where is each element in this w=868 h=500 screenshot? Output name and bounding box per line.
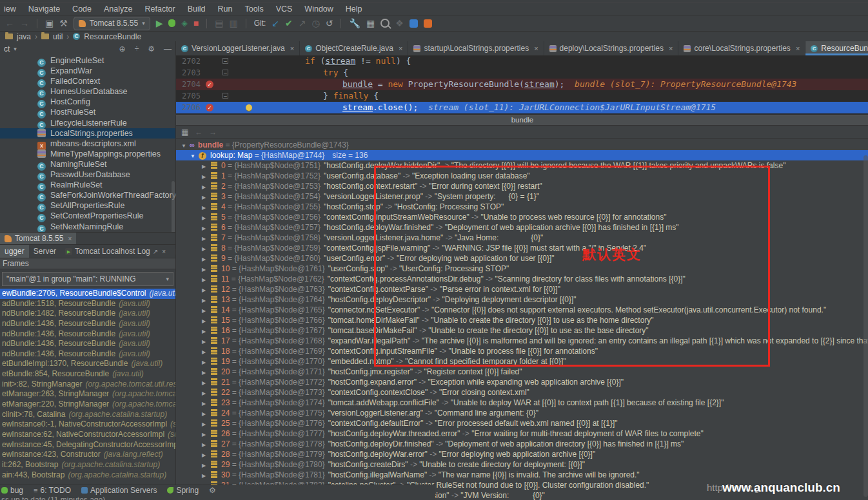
project-tree-item[interactable]: SafeForkJoinWorkerThreadFactory [0,190,175,200]
statusbar-item[interactable]: 6: TODO [34,486,71,495]
menu-item[interactable]: Code [72,5,92,14]
map-entry-row[interactable]: ▶29 = {HashMap$Node@1780}"hostConfig.cre… [176,459,868,470]
stack-frame[interactable]: etBundle:854, ResourceBundle(java.util) [0,369,175,380]
fold-icon[interactable]: − [222,93,228,99]
map-entry-row[interactable]: ▶16 = {HashMap$Node@1767}"tomcat.baseDir… [176,325,868,336]
map-entry-row[interactable]: ▶1 = {HashMap$Node@1752}"userConfig.data… [176,171,868,181]
map-entry-row[interactable]: ▶30 = {HashMap$Node@1781}"hostConfig.ill… [176,470,868,480]
collapse-all-icon[interactable]: ÷ [135,44,139,53]
run-configuration-select[interactable]: Tomcat 8.5.55 ▾ [74,17,150,30]
map-entry-row[interactable]: ▶18 = {HashMap$Node@1769}"contextConfig.… [176,346,868,356]
stack-frame[interactable]: ewInstance:423, Constructor(java.lang.re… [0,450,175,460]
map-entry-row[interactable]: ▶15 = {HashMap$Node@1766}"tomcat.homeDir… [176,315,868,325]
debug-tab[interactable]: ▶Tomcat Localhost Log↗× [61,245,170,258]
project-tree-item[interactable]: SetNextNamingRule [0,222,175,232]
stack-frame[interactable]: etBundleImpl:1370, ResourceBundle(java.u… [0,359,175,369]
project-structure-icon[interactable]: ▦ [366,16,375,30]
debug-tab[interactable]: ugger [0,245,29,258]
project-tree-item[interactable]: FailedContext [0,76,175,86]
back-icon[interactable]: ← [195,128,202,137]
editor-tab[interactable]: deploy\LocalStrings.properties× [544,41,679,55]
popup-title[interactable]: bundle [176,115,868,126]
map-entry-row[interactable]: ▶17 = {HashMap$Node@1768}"expandWar.ille… [176,336,868,346]
menu-item[interactable]: Analyze [104,5,132,14]
map-entry-row[interactable]: ▶22 = {HashMap$Node@1773}"contextConfig.… [176,387,868,398]
stack-frame[interactable]: clinit>:78, Catalina(org.apache.catalina… [0,410,175,420]
menu-item[interactable]: iew [4,5,16,14]
project-scrollbar[interactable] [172,181,175,232]
map-entry-row[interactable]: ▶0 = {HashMap$Node@1751}"hostConfig.depl… [176,160,868,171]
intention-bulb-icon[interactable] [246,104,252,111]
map-entry-row[interactable]: ▶19 = {HashMap$Node@1770}"embedded.notmp… [176,356,868,367]
debug-button[interactable] [168,19,175,27]
close-icon[interactable]: × [534,44,538,52]
statusbar-item[interactable]: Application Servers [81,486,157,495]
close-icon[interactable]: × [399,44,402,52]
map-entry-row[interactable]: ▶21 = {HashMap$Node@1772}"hostConfig.exp… [176,377,868,387]
statusbar-item[interactable]: bug [1,486,23,495]
map-entry-row[interactable]: ▶20 = {HashMap$Node@1771}"hostConfig.jmx… [176,367,868,377]
map-entry-row[interactable]: ▶13 = {HashMap$Node@1764}"hostConfig.dep… [176,294,868,305]
map-entry-row[interactable]: ▶7 = {HashMap$Node@1758}"versionLoggerLi… [176,233,868,243]
map-entry-row[interactable]: ▶12 = {HashMap$Node@1763}"contextConfig.… [176,284,868,294]
close-icon[interactable]: × [669,44,673,52]
editor-tab[interactable]: ObjectCreateRule.java× [300,41,408,55]
statusbar-item[interactable]: Spring [167,486,199,495]
close-icon[interactable]: × [162,248,166,255]
statusbar-item[interactable] [209,486,219,495]
locate-file-icon[interactable]: ⊕ [119,44,126,53]
tomcat-tool-window-tab[interactable]: Tomcat 8.5.55 × [0,233,76,244]
git-commit-icon[interactable]: ✔ [285,16,293,30]
coverage-button[interactable]: ◈ [181,16,187,30]
profiler-icon[interactable]: ▤ [215,16,223,30]
fold-icon[interactable]: − [222,58,228,64]
plugin-icon[interactable]: ❖ [395,16,404,30]
stack-frame[interactable]: etManager:220, StringManager(org.apache.… [0,399,175,410]
map-entry-row[interactable]: ▶28 = {HashMap$Node@1779}"hostConfig.dep… [176,449,868,459]
editor-tab[interactable]: ResourceBundle.java× [805,41,868,55]
expand-arrow-icon[interactable]: ▼ [181,141,189,151]
code-line[interactable]: 2702−if (stream != null) { [176,55,868,67]
git-update-icon[interactable]: ↙ [271,16,279,30]
map-entry-row[interactable]: ▶26 = {HashMap$Node@1777}"hostConfig.dep… [176,428,868,439]
code-line[interactable]: 2703−try { [176,67,868,79]
code-line[interactable]: 2706✓stream.close(); stream (slot_11): J… [176,102,868,113]
stack-frame[interactable]: ewInstance:62, NativeConstructorAccessor… [0,430,175,440]
stack-frame[interactable]: ndBundle:1482, ResourceBundle(java.util) [0,309,175,319]
forward-icon[interactable]: → [209,128,217,137]
wrench-icon[interactable]: 🔧 [349,16,360,30]
project-tree-item[interactable]: LifecycleListenerRule [0,118,175,128]
fold-icon[interactable]: − [222,70,228,75]
map-entry-row[interactable]: ▶3 = {HashMap$Node@1754}"versionLoggerLi… [176,191,868,202]
project-tree-item[interactable]: MimeTypeMappings.properties [0,149,175,159]
thread-selector[interactable]: "main"@1 in group "main": RUNNING ▾ [2,272,173,286]
menu-item[interactable]: Build [188,5,206,14]
project-tree-item[interactable]: HostRuleSet [0,107,175,117]
project-tree-item[interactable]: LocalStrings.properties [0,128,175,139]
editor-tab[interactable]: VersionLoggerListener.java× [176,41,300,55]
stack-frame[interactable]: init>:82, StringManager(org.apache.tomca… [0,380,175,390]
debug-tab[interactable]: ▶Tomcat Catal [170,245,175,258]
project-tree-item[interactable]: NamingRuleSet [0,159,175,169]
search-everywhere-icon[interactable] [380,19,390,28]
project-tree-item[interactable]: EngineRuleSet [0,55,175,66]
rollback-icon[interactable]: ↺ [326,16,333,30]
stack-frame[interactable]: adBundle:1518, ResourceBundle(java.util) [0,299,175,309]
map-entry-row[interactable]: ▶4 = {HashMap$Node@1755}"hostConfig.stop… [176,202,868,212]
plugin-blue-icon[interactable] [409,19,418,28]
project-tree-item[interactable]: HomesUserDatabase [0,86,175,97]
map-entry-row[interactable]: ▶6 = {HashMap$Node@1757}"hostConfig.depl… [176,222,868,233]
stack-frame[interactable]: etManager:263, StringManager(org.apache.… [0,389,175,399]
history-icon[interactable]: ◷ [312,16,320,30]
hide-panel-icon[interactable]: — [164,44,172,53]
stack-frame[interactable]: ndBundle:1436, ResourceBundle(java.util) [0,349,175,360]
stack-frame[interactable]: ewInstance0:-1, NativeConstructorAccesso… [0,419,175,430]
menu-item[interactable]: Window [304,5,333,14]
menu-item[interactable]: VCS [276,5,293,14]
breadcrumb-item[interactable]: ResourceBundle [84,32,141,41]
project-tree-item[interactable]: HostConfig [0,97,175,107]
close-icon[interactable]: × [68,235,72,242]
map-entry-row[interactable]: ▶5 = {HashMap$Node@1756}"contextConfig.i… [176,212,868,222]
code-area[interactable]: 2702−if (stream != null) {2703−try {2704… [176,55,868,113]
lookup-map-row[interactable]: ▼lookup: Map = {HashMap@1744}size = 136 [176,150,868,160]
